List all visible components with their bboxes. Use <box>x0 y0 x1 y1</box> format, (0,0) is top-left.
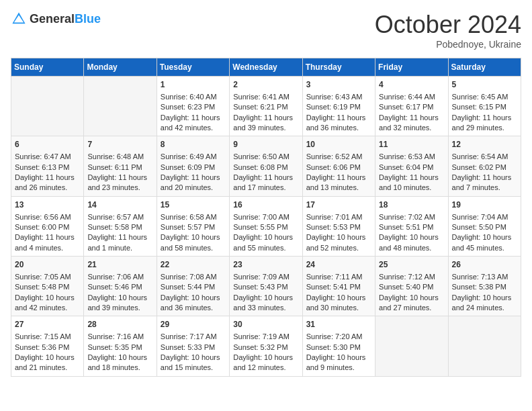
sunset-text: Sunset: 5:30 PM <box>306 342 371 353</box>
daylight-text: Daylight: 10 hours and 39 minutes. <box>87 293 152 314</box>
day-number: 6 <box>15 139 80 150</box>
calendar-table: SundayMondayTuesdayWednesdayThursdayFrid… <box>11 58 521 377</box>
day-number: 15 <box>161 199 226 211</box>
day-number: 27 <box>15 319 80 330</box>
sunset-text: Sunset: 5:55 PM <box>233 222 298 232</box>
sunset-text: Sunset: 5:44 PM <box>161 282 226 292</box>
day-cell: 26Sunrise: 7:13 AMSunset: 5:38 PMDayligh… <box>448 257 521 316</box>
sunrise-text: Sunrise: 6:58 AM <box>161 212 226 222</box>
daylight-text: Daylight: 11 hours and 13 minutes. <box>306 173 371 193</box>
daylight-text: Daylight: 11 hours and 23 minutes. <box>87 173 152 193</box>
day-number: 20 <box>15 259 80 271</box>
day-cell: 31Sunrise: 7:20 AMSunset: 5:30 PMDayligh… <box>302 316 375 376</box>
sunrise-text: Sunrise: 6:52 AM <box>306 152 371 162</box>
day-cell: 27Sunrise: 7:15 AMSunset: 5:36 PMDayligh… <box>11 316 84 376</box>
sunrise-text: Sunrise: 7:12 AM <box>379 272 444 282</box>
day-number: 3 <box>306 79 371 91</box>
day-number: 4 <box>379 79 444 91</box>
sunrise-text: Sunrise: 7:02 AM <box>379 212 444 222</box>
sunset-text: Sunset: 5:46 PM <box>87 282 152 292</box>
day-number: 16 <box>233 199 298 211</box>
sunset-text: Sunset: 6:04 PM <box>379 163 444 173</box>
sunrise-text: Sunrise: 7:13 AM <box>452 272 517 282</box>
day-cell: 16Sunrise: 7:00 AMSunset: 5:55 PMDayligh… <box>230 196 302 256</box>
day-cell <box>375 316 448 376</box>
day-cell: 22Sunrise: 7:08 AMSunset: 5:44 PMDayligh… <box>157 257 229 316</box>
daylight-text: Daylight: 11 hours and 32 minutes. <box>379 113 444 134</box>
daylight-text: Daylight: 11 hours and 42 minutes. <box>161 113 226 134</box>
sunrise-text: Sunrise: 6:53 AM <box>379 152 444 162</box>
day-number: 2 <box>233 79 298 91</box>
logo-text-general: General <box>30 12 75 26</box>
sunset-text: Sunset: 6:09 PM <box>161 163 226 173</box>
day-cell: 8Sunrise: 6:49 AMSunset: 6:09 PMDaylight… <box>157 136 229 196</box>
day-cell <box>11 77 84 136</box>
sunset-text: Sunset: 5:35 PM <box>87 342 152 353</box>
day-cell: 1Sunrise: 6:40 AMSunset: 6:23 PMDaylight… <box>157 77 229 136</box>
day-cell: 30Sunrise: 7:19 AMSunset: 5:32 PMDayligh… <box>230 316 302 376</box>
daylight-text: Daylight: 11 hours and 26 minutes. <box>15 173 80 193</box>
daylight-text: Daylight: 11 hours and 29 minutes. <box>452 113 517 134</box>
sunset-text: Sunset: 6:11 PM <box>87 163 152 173</box>
day-number: 17 <box>306 199 371 211</box>
day-number: 10 <box>306 139 371 150</box>
sunset-text: Sunset: 5:36 PM <box>15 342 80 353</box>
sunrise-text: Sunrise: 7:06 AM <box>87 272 152 282</box>
sunrise-text: Sunrise: 7:17 AM <box>161 332 226 342</box>
sunset-text: Sunset: 6:06 PM <box>306 163 371 173</box>
day-cell: 19Sunrise: 7:04 AMSunset: 5:50 PMDayligh… <box>448 196 521 256</box>
day-cell: 18Sunrise: 7:02 AMSunset: 5:51 PMDayligh… <box>375 196 448 256</box>
day-number: 25 <box>379 259 444 271</box>
sunrise-text: Sunrise: 6:57 AM <box>87 212 152 222</box>
sunrise-text: Sunrise: 6:41 AM <box>233 92 298 102</box>
sunrise-text: Sunrise: 7:00 AM <box>233 212 298 222</box>
week-row-3: 20Sunrise: 7:05 AMSunset: 5:48 PMDayligh… <box>11 257 521 316</box>
daylight-text: Daylight: 10 hours and 12 minutes. <box>233 353 298 373</box>
title-block: October 2024 Pobednoye, Ukraine <box>375 11 521 50</box>
day-cell: 17Sunrise: 7:01 AMSunset: 5:53 PMDayligh… <box>302 196 375 256</box>
sunrise-text: Sunrise: 6:43 AM <box>306 92 371 102</box>
day-number: 9 <box>233 139 298 150</box>
sunset-text: Sunset: 5:53 PM <box>306 222 371 232</box>
sunrise-text: Sunrise: 7:11 AM <box>306 272 371 282</box>
sunset-text: Sunset: 5:33 PM <box>161 342 226 353</box>
sunrise-text: Sunrise: 6:47 AM <box>15 152 80 162</box>
weekday-header-saturday: Saturday <box>448 58 521 77</box>
daylight-text: Daylight: 10 hours and 55 minutes. <box>233 232 298 253</box>
daylight-text: Daylight: 11 hours and 17 minutes. <box>233 173 298 193</box>
sunset-text: Sunset: 5:51 PM <box>379 222 444 232</box>
weekday-header-tuesday: Tuesday <box>157 58 229 77</box>
day-cell: 4Sunrise: 6:44 AMSunset: 6:17 PMDaylight… <box>375 77 448 136</box>
day-cell: 6Sunrise: 6:47 AMSunset: 6:13 PMDaylight… <box>11 136 84 196</box>
daylight-text: Daylight: 10 hours and 42 minutes. <box>15 293 80 314</box>
daylight-text: Daylight: 10 hours and 27 minutes. <box>379 293 444 314</box>
day-cell <box>84 77 157 136</box>
weekday-header-thursday: Thursday <box>302 58 375 77</box>
sunset-text: Sunset: 5:32 PM <box>233 342 298 353</box>
day-cell: 5Sunrise: 6:45 AMSunset: 6:15 PMDaylight… <box>448 77 521 136</box>
day-cell: 3Sunrise: 6:43 AMSunset: 6:19 PMDaylight… <box>302 77 375 136</box>
logo-icon <box>11 11 27 27</box>
day-cell: 11Sunrise: 6:53 AMSunset: 6:04 PMDayligh… <box>375 136 448 196</box>
sunrise-text: Sunrise: 7:20 AM <box>306 332 371 342</box>
day-cell: 7Sunrise: 6:48 AMSunset: 6:11 PMDaylight… <box>84 136 157 196</box>
sunrise-text: Sunrise: 7:16 AM <box>87 332 152 342</box>
sunset-text: Sunset: 5:43 PM <box>233 282 298 292</box>
day-cell: 20Sunrise: 7:05 AMSunset: 5:48 PMDayligh… <box>11 257 84 316</box>
day-cell: 23Sunrise: 7:09 AMSunset: 5:43 PMDayligh… <box>230 257 302 316</box>
sunset-text: Sunset: 6:13 PM <box>15 163 80 173</box>
day-number: 30 <box>233 319 298 330</box>
daylight-text: Daylight: 10 hours and 58 minutes. <box>161 232 226 253</box>
sunset-text: Sunset: 6:17 PM <box>379 102 444 112</box>
day-number: 18 <box>379 199 444 211</box>
sunrise-text: Sunrise: 6:40 AM <box>161 92 226 102</box>
day-cell: 29Sunrise: 7:17 AMSunset: 5:33 PMDayligh… <box>157 316 229 376</box>
daylight-text: Daylight: 10 hours and 24 minutes. <box>452 293 517 314</box>
day-number: 24 <box>306 259 371 271</box>
day-cell: 2Sunrise: 6:41 AMSunset: 6:21 PMDaylight… <box>230 77 302 136</box>
day-cell: 21Sunrise: 7:06 AMSunset: 5:46 PMDayligh… <box>84 257 157 316</box>
weekday-header-sunday: Sunday <box>11 58 84 77</box>
daylight-text: Daylight: 11 hours and 20 minutes. <box>161 173 226 193</box>
sunrise-text: Sunrise: 7:08 AM <box>161 272 226 282</box>
daylight-text: Daylight: 10 hours and 52 minutes. <box>306 232 371 253</box>
